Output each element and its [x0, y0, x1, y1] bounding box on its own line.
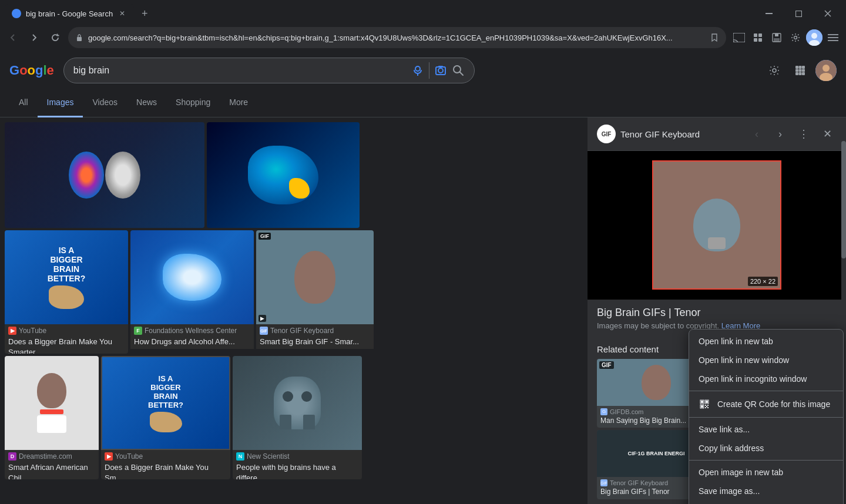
tab-close-button[interactable]: ✕ — [118, 9, 127, 18]
svg-rect-27 — [795, 66, 798, 69]
panel-next-button[interactable]: › — [771, 125, 790, 143]
active-tab[interactable]: G big brain - Google Search ✕ — [5, 4, 134, 23]
title-4: How Drugs and Alcohol Affe... — [134, 337, 235, 346]
svg-rect-45 — [705, 405, 706, 406]
grid-item-8[interactable]: N New Scientist People with big brains h… — [233, 356, 362, 479]
related-favicon-1: G — [600, 408, 607, 415]
source-3: YouTube — [19, 327, 46, 335]
panel-prev-button[interactable]: ‹ — [747, 125, 766, 143]
svg-rect-9 — [758, 38, 762, 42]
extensions-icon[interactable] — [750, 29, 766, 46]
ctx-open-new-tab[interactable]: Open link in new tab — [689, 332, 843, 351]
apps-button[interactable] — [790, 60, 811, 81]
ctx-copy-image[interactable]: Copy image — [689, 500, 843, 504]
grid-item-4[interactable]: F Foundations Wellness Center How Drugs … — [130, 230, 254, 354]
panel-image-size: 220 × 22 — [748, 277, 778, 286]
grid-item-2[interactable]: S Scientific American The Cerebellum Is … — [207, 122, 360, 228]
svg-rect-34 — [799, 72, 802, 75]
svg-rect-1 — [795, 11, 801, 16]
panel-image-content — [653, 162, 780, 288]
svg-rect-32 — [802, 69, 805, 72]
back-button[interactable] — [5, 29, 21, 46]
grid-item-7[interactable]: IS ABIGGERBRAINBETTER? ▶ YouTube Does a … — [101, 356, 230, 479]
grid-item-6[interactable]: D Dreamstime.com Smart African American … — [5, 356, 99, 479]
cast-icon[interactable] — [731, 29, 747, 46]
svg-rect-48 — [705, 407, 706, 408]
window-minimize-button[interactable] — [756, 4, 783, 23]
svg-point-37 — [822, 65, 830, 72]
ctx-open-new-window[interactable]: Open link in new window — [689, 351, 843, 369]
tab-videos[interactable]: Videos — [83, 89, 127, 117]
camera-search-icon[interactable] — [434, 64, 447, 77]
menu-icon[interactable] — [825, 29, 841, 46]
window-close-button[interactable] — [814, 4, 841, 23]
ctx-open-incognito[interactable]: Open link in incognito window — [689, 369, 843, 388]
svg-point-12 — [794, 36, 797, 39]
panel-main-image[interactable]: 220 × 22 — [652, 160, 781, 290]
grid-item-5[interactable]: ▶ GIF GIF Tenor GIF Keyboard Smart Big B… — [256, 230, 374, 354]
grid-row-1: i Philadelphia Inquirer Are bigger brain… — [5, 122, 583, 228]
svg-rect-44 — [701, 405, 703, 408]
header-icons — [764, 60, 837, 81]
address-bar-row: google.com/search?q=big+brain&tbm=isch&h… — [0, 23, 846, 52]
title-7: Does a Bigger Brain Make You Sm... — [105, 463, 209, 479]
new-tab-button[interactable]: + — [136, 5, 153, 22]
panel-source-icon: GIF — [597, 125, 616, 143]
lock-icon — [75, 33, 83, 42]
tab-bar: G big brain - Google Search ✕ + — [0, 0, 846, 23]
tab-news[interactable]: News — [127, 89, 166, 117]
microphone-icon[interactable] — [411, 64, 424, 77]
forward-button[interactable] — [26, 29, 42, 46]
tab-more[interactable]: More — [220, 89, 257, 117]
address-bar[interactable]: google.com/search?q=big+brain&tbm=isch&h… — [68, 27, 726, 48]
source-6: Dreamstime.com — [19, 452, 72, 461]
related-favicon-3: GIF — [600, 479, 607, 486]
svg-line-25 — [459, 72, 463, 76]
svg-rect-49 — [707, 407, 709, 408]
search-icon[interactable] — [452, 64, 465, 77]
profile-avatar[interactable] — [806, 29, 822, 46]
ctx-open-image-tab[interactable]: Open image in new tab — [689, 463, 843, 482]
ctx-save-link[interactable]: Save link as... — [689, 420, 843, 439]
tab-title: big brain - Google Search — [26, 9, 113, 18]
svg-rect-29 — [802, 66, 805, 69]
svg-rect-40 — [701, 401, 703, 403]
source-8: New Scientist — [247, 452, 290, 461]
search-box[interactable] — [63, 58, 475, 83]
grid-item-3[interactable]: IS ABIGGERBRAINBETTER? ▶ YouTube Does a … — [5, 230, 128, 354]
window-controls — [756, 4, 841, 23]
svg-rect-5 — [733, 33, 745, 42]
tab-images[interactable]: Images — [38, 89, 83, 117]
context-menu: Open link in new tab Open link in new wi… — [689, 329, 844, 504]
tab-shopping[interactable]: Shopping — [166, 89, 220, 117]
ctx-save-image[interactable]: Save image as... — [689, 482, 843, 500]
reload-button[interactable] — [47, 29, 63, 46]
panel-close-button[interactable]: ✕ — [818, 125, 837, 143]
qr-icon — [699, 398, 710, 410]
grid-item-1[interactable]: i Philadelphia Inquirer Are bigger brain… — [5, 122, 204, 228]
window-maximize-button[interactable] — [785, 4, 812, 23]
bookmark-icon[interactable] — [710, 33, 719, 42]
svg-rect-30 — [795, 69, 798, 72]
panel-more-button[interactable]: ⋮ — [794, 125, 813, 143]
svg-rect-11 — [775, 33, 778, 36]
ctx-copy-link[interactable]: Copy link address — [689, 439, 843, 458]
gif-badge-1: GIF — [599, 361, 614, 369]
google-header: Google — [0, 52, 846, 89]
header-profile-avatar[interactable] — [815, 60, 837, 81]
search-tabs: All Images Videos News Shopping More — [0, 89, 846, 117]
search-input[interactable] — [73, 65, 407, 76]
panel-header: GIF Tenor GIF Keyboard ‹ › ⋮ ✕ — [588, 117, 846, 151]
svg-point-14 — [811, 33, 817, 39]
ctx-create-qr[interactable]: Create QR Code for this image — [689, 394, 843, 415]
ctx-divider-1 — [689, 391, 843, 391]
panel-site-title: Big Brain GIFs | Tenor — [597, 307, 837, 319]
tab-all[interactable]: All — [9, 89, 38, 117]
settings-icon[interactable] — [787, 29, 804, 46]
svg-rect-8 — [754, 38, 757, 42]
scrollbar-thumb[interactable] — [841, 141, 846, 258]
panel-title: Tenor GIF Keyboard — [620, 129, 743, 139]
settings-button[interactable] — [764, 60, 785, 81]
save-icon[interactable] — [768, 29, 785, 46]
svg-rect-28 — [799, 66, 802, 69]
